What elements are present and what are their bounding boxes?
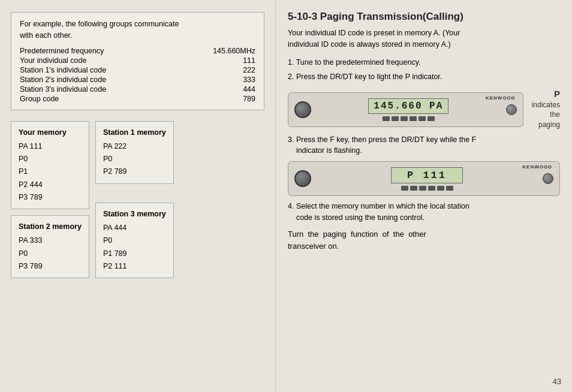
your-memory-box: Your memory PA 111 P0 P1 P2 444 P3 789	[11, 121, 89, 210]
row-label: Your individual code	[20, 56, 177, 65]
table-row: Group code 789	[20, 94, 255, 104]
brand-label-2: KENWOOD	[522, 164, 552, 170]
row-label: Station 3's individual code	[20, 85, 177, 94]
radio-display-wrapper-1: KENWOOD 145.660 PA P indicates the pagin…	[288, 88, 560, 134]
station3-memory-title: Station 3 memory	[103, 208, 166, 221]
left-panel: For example, the following groups commun…	[0, 0, 276, 392]
brand-label: KENWOOD	[486, 95, 516, 101]
p-indicator-letter: P	[532, 88, 560, 100]
row-value: 444	[177, 85, 255, 94]
your-memory-title: Your memory	[19, 126, 82, 139]
station2-memory-entry: P3 789	[19, 260, 82, 273]
station2-memory-title: Station 2 memory	[19, 221, 82, 233]
side-knob	[506, 104, 517, 115]
radio-btn	[401, 116, 408, 121]
station3-memory-entry: P0	[103, 234, 166, 247]
right-memory-col: Station 1 memory PA 222 P0 P2 789 Statio…	[95, 121, 174, 279]
row-value: 111	[177, 56, 255, 65]
intro-line2: individual ID code is always stored in m…	[288, 40, 451, 49]
radio-screen-1: 145.660 PA	[368, 98, 448, 114]
radio-display-2: KENWOOD P 111	[288, 161, 560, 196]
left-memory-col: Your memory PA 111 P0 P1 P2 444 P3 789 S…	[11, 121, 89, 279]
your-memory-entry: P1	[19, 165, 82, 178]
frequency-table: Predetermined frequency 145.660MHz Your …	[20, 46, 255, 104]
intro-text: Your individual ID code is preset in mem…	[288, 28, 560, 50]
step-3: 3. Press the F key, then press the DR/DT…	[288, 134, 560, 157]
side-knob-2	[543, 173, 553, 184]
main-knob	[294, 101, 311, 118]
radio-btn	[410, 186, 417, 191]
right-panel: 5-10-3 Paging Transmission(Calling) Your…	[276, 0, 572, 392]
button-row	[383, 116, 435, 121]
memory-section: Your memory PA 111 P0 P1 P2 444 P3 789 S…	[11, 121, 264, 279]
station2-memory-box: Station 2 memory PA 333 P0 P3 789	[11, 215, 89, 278]
your-memory-entry: P3 789	[19, 191, 82, 204]
p-label-indicates: indicates	[532, 100, 560, 110]
station3-memory-entry: PA 444	[103, 222, 166, 234]
intro-line1: For example, the following groups commun…	[20, 19, 255, 30]
row-label: Group code	[20, 94, 177, 104]
row-value: 333	[177, 75, 255, 85]
step-2: 2. Press the DR/DT key to light the P in…	[288, 71, 560, 83]
station3-memory-entry: P2 111	[103, 260, 166, 273]
p-indicator-labels: P indicates the paging	[532, 88, 560, 130]
radio-btn	[437, 186, 444, 191]
section-title: 5-10-3 Paging Transmission(Calling)	[288, 11, 560, 23]
button-row-2	[401, 186, 453, 191]
radio-btn	[401, 186, 408, 191]
your-memory-entry: PA 111	[19, 140, 82, 153]
radio-btn	[428, 116, 435, 121]
freq-value: 145.660MHz	[177, 46, 255, 56]
table-row: Station 3's individual code 444	[20, 85, 255, 94]
row-value: 222	[177, 65, 255, 75]
freq-row: Predetermined frequency 145.660MHz	[20, 46, 255, 56]
radio-screen-2: P 111	[391, 167, 463, 183]
station2-memory-entry: PA 333	[19, 234, 82, 247]
radio-btn	[392, 116, 399, 121]
table-row: Station 2's individual code 333	[20, 75, 255, 85]
steps-list: 1. Tune to the predetermined frequency. …	[288, 56, 560, 83]
step-1: 1. Tune to the predetermined frequency.	[288, 56, 560, 68]
station1-memory-entry: P0	[103, 153, 166, 165]
main-knob-2	[294, 170, 311, 187]
table-row: Station 1's individual code 222	[20, 65, 255, 75]
intro-box: For example, the following groups commun…	[11, 12, 264, 110]
table-row: Your individual code 111	[20, 56, 255, 65]
row-label: Station 1's individual code	[20, 65, 177, 75]
radio-btn	[383, 116, 390, 121]
station3-memory-entry: P1 789	[103, 248, 166, 260]
station3-memory-box: Station 3 memory PA 444 P0 P1 789 P2 111	[95, 203, 174, 278]
radio-display-1: KENWOOD 145.660 PA	[288, 92, 523, 127]
screen-area-2: P 111	[391, 167, 463, 191]
your-memory-entry: P0	[19, 153, 82, 165]
intro-line1: Your individual ID code is preset in mem…	[288, 29, 460, 37]
page-number: 43	[553, 377, 561, 386]
radio-btn	[419, 186, 426, 191]
radio-btn	[446, 186, 453, 191]
intro-line2: with each other.	[20, 30, 255, 41]
turn-line: Turn the paging function of the other tr…	[288, 228, 560, 254]
row-value: 789	[177, 94, 255, 104]
your-memory-entry: P2 444	[19, 179, 82, 191]
station1-memory-box: Station 1 memory PA 222 P0 P2 789	[95, 121, 174, 184]
radio-btn	[428, 186, 435, 191]
radio-btn	[410, 116, 417, 121]
screen-area: 145.660 PA	[368, 98, 448, 121]
p-label-paging: paging	[532, 120, 560, 130]
station1-memory-entry: P2 789	[103, 165, 166, 178]
station1-memory-title: Station 1 memory	[103, 126, 166, 139]
radio-btn	[419, 116, 426, 121]
step-4: 4. Select the memory number in which the…	[288, 201, 560, 224]
station2-memory-entry: P0	[19, 248, 82, 260]
station1-memory-entry: PA 222	[103, 140, 166, 153]
freq-label: Predetermined frequency	[20, 46, 177, 56]
row-label: Station 2's individual code	[20, 75, 177, 85]
p-label-the: the	[532, 110, 560, 120]
